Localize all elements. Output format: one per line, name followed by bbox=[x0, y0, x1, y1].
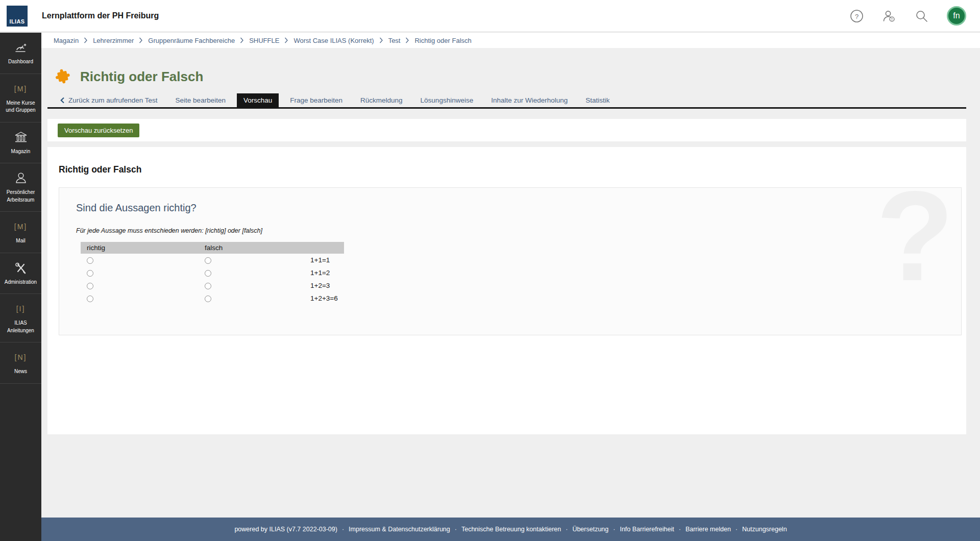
sidebar-item-meine-kurse[interactable]: [M] Meine Kurse und Gruppen bbox=[0, 74, 41, 122]
statement-text: 1+1=1 bbox=[304, 254, 344, 266]
who-is-online-icon[interactable] bbox=[882, 9, 896, 23]
column-header-falsch: falsch bbox=[199, 242, 304, 254]
breadcrumb-item[interactable]: Test bbox=[388, 37, 401, 44]
sidebar-item-magazin[interactable]: Magazin bbox=[0, 122, 41, 164]
help-icon[interactable]: ? bbox=[850, 9, 864, 23]
sidebar-item-label: News bbox=[14, 368, 27, 376]
question-instruction: Für jede Aussage muss entschieden werden… bbox=[76, 227, 961, 234]
breadcrumb-item[interactable]: Lehrerzimmer bbox=[93, 37, 134, 44]
footer-separator: · bbox=[342, 526, 344, 533]
page-title: Richtig oder Falsch bbox=[80, 69, 203, 85]
ilias-logo[interactable]: ILIAS bbox=[7, 6, 28, 27]
sidebar-item-label: Administration bbox=[5, 279, 37, 286]
footer-link-uebersetzung[interactable]: Übersetzung bbox=[572, 526, 608, 533]
sidebar-item-label: Magazin bbox=[11, 148, 31, 156]
breadcrumb-item[interactable]: SHUFFLE bbox=[249, 37, 279, 44]
footer-link-barrierefreiheit[interactable]: Info Barrierefreiheit bbox=[620, 526, 674, 533]
tab-loesungshinweise[interactable]: Lösungshinweise bbox=[414, 93, 480, 107]
tab-inhalte-wiederholung[interactable]: Inhalte zur Wiederholung bbox=[484, 93, 574, 107]
mail-placeholder-icon: [M] bbox=[14, 219, 27, 234]
footer-separator: · bbox=[736, 526, 738, 533]
radio-richtig-row1[interactable] bbox=[87, 257, 93, 264]
svg-text:?: ? bbox=[855, 12, 859, 20]
sidebar-item-dashboard[interactable]: Dashboard bbox=[0, 33, 41, 74]
sidebar-item-anleitungen[interactable]: [I] ILIAS Anleitungen bbox=[0, 294, 41, 342]
breadcrumb-item[interactable]: Gruppenräume Fachbereiche bbox=[148, 37, 235, 44]
question-title: Sind die Aussagen richtig? bbox=[76, 202, 961, 214]
statement-text: 1+1=2 bbox=[304, 266, 344, 279]
sidebar-item-label: Meine Kurse und Gruppen bbox=[2, 100, 40, 114]
tab-seite-bearbeiten[interactable]: Seite bearbeiten bbox=[169, 93, 232, 107]
table-row: 1+2=3 bbox=[81, 279, 344, 292]
puzzle-icon bbox=[53, 66, 73, 87]
radio-richtig-row4[interactable] bbox=[87, 296, 93, 302]
platform-title: Lernplattform der PH Freiburg bbox=[42, 11, 159, 20]
reset-preview-button[interactable]: Vorschau zurücksetzen bbox=[58, 124, 139, 137]
tab-bar: Zurück zum aufrufenden Test Seite bearbe… bbox=[47, 93, 966, 109]
footer-link-nutzungsregeln[interactable]: Nutzungsregeln bbox=[742, 526, 787, 533]
chevron-separator-icon bbox=[240, 37, 244, 43]
main-area: Magazin Lehrerzimmer Gruppenräume Fachbe… bbox=[41, 33, 980, 541]
footer-separator: · bbox=[613, 526, 615, 533]
breadcrumb: Magazin Lehrerzimmer Gruppenräume Fachbe… bbox=[41, 33, 980, 48]
table-row: 1+1=1 bbox=[81, 254, 344, 266]
sidebar-item-arbeitsraum[interactable]: Persönlicher Arbeitsraum bbox=[0, 163, 41, 212]
tab-vorschau[interactable]: Vorschau bbox=[237, 93, 279, 107]
courses-placeholder-icon: [M] bbox=[14, 82, 27, 96]
user-avatar[interactable]: fn bbox=[947, 6, 966, 26]
sidebar-item-news[interactable]: [N] News bbox=[0, 342, 41, 384]
main-sidebar: Dashboard [M] Meine Kurse und Gruppen Ma… bbox=[0, 33, 41, 541]
footer: powered by ILIAS (v7.7 2022-03-09) · Imp… bbox=[41, 518, 980, 541]
powered-by-link[interactable]: powered by ILIAS (v7.7 2022-03-09) bbox=[234, 526, 337, 533]
column-header-richtig: richtig bbox=[81, 242, 199, 254]
footer-link-impressum[interactable]: Impressum & Datenschutzerklärung bbox=[349, 526, 450, 533]
search-icon[interactable] bbox=[915, 9, 928, 23]
answer-table: richtig falsch 1+1=1 bbox=[81, 242, 344, 305]
sidebar-item-administration[interactable]: Administration bbox=[0, 253, 41, 294]
chevron-separator-icon bbox=[284, 37, 288, 43]
radio-richtig-row3[interactable] bbox=[87, 283, 93, 289]
radio-falsch-row4[interactable] bbox=[205, 296, 211, 302]
sidebar-item-label: ILIAS Anleitungen bbox=[2, 319, 40, 334]
breadcrumb-item-current[interactable]: Richtig oder Falsch bbox=[414, 37, 471, 44]
footer-separator: · bbox=[455, 526, 457, 533]
chevron-separator-icon bbox=[405, 37, 409, 43]
footer-link-barriere-melden[interactable]: Barriere melden bbox=[685, 526, 731, 533]
tab-rueckmeldung[interactable]: Rückmeldung bbox=[354, 93, 409, 107]
footer-separator: · bbox=[566, 526, 568, 533]
footer-link-betreuung[interactable]: Technische Betreuung kontaktieren bbox=[461, 526, 561, 533]
footer-separator: · bbox=[679, 526, 681, 533]
manuals-placeholder-icon: [I] bbox=[16, 302, 26, 316]
radio-falsch-row1[interactable] bbox=[205, 257, 211, 264]
page-header: Richtig oder Falsch bbox=[47, 48, 966, 93]
question-section-heading: Richtig oder Falsch bbox=[47, 147, 966, 175]
statement-text: 1+2=3 bbox=[304, 279, 344, 292]
table-row: 1+1=2 bbox=[81, 266, 344, 279]
repository-icon bbox=[14, 130, 28, 144]
statement-text: 1+2+3=6 bbox=[304, 292, 344, 305]
radio-falsch-row3[interactable] bbox=[205, 283, 211, 289]
table-header-row: richtig falsch bbox=[81, 242, 344, 254]
chevron-separator-icon bbox=[84, 37, 88, 43]
toolbar: Vorschau zurücksetzen bbox=[47, 119, 966, 141]
top-header-bar: ILIAS Lernplattform der PH Freiburg ? fn bbox=[0, 0, 980, 32]
tab-statistik[interactable]: Statistik bbox=[579, 93, 616, 107]
tab-zurueck-zum-test[interactable]: Zurück zum aufrufenden Test bbox=[54, 93, 164, 107]
chevron-separator-icon bbox=[379, 37, 383, 43]
radio-richtig-row2[interactable] bbox=[87, 270, 93, 277]
back-chevron-icon bbox=[60, 97, 64, 104]
column-header-statement bbox=[304, 242, 344, 254]
radio-falsch-row2[interactable] bbox=[205, 270, 211, 277]
breadcrumb-item[interactable]: Worst Case ILIAS (Korrekt) bbox=[293, 37, 374, 44]
dashboard-icon bbox=[14, 40, 28, 55]
sidebar-item-label: Persönlicher Arbeitsraum bbox=[2, 189, 40, 204]
breadcrumb-item[interactable]: Magazin bbox=[54, 37, 79, 44]
tab-frage-bearbeiten[interactable]: Frage bearbeiten bbox=[283, 93, 349, 107]
content-panel: Richtig oder Falsch ? Sind die Aussagen … bbox=[47, 147, 966, 434]
news-placeholder-icon: [N] bbox=[15, 350, 27, 364]
sidebar-item-mail[interactable]: [M] Mail bbox=[0, 212, 41, 253]
question-card: ? Sind die Aussagen richtig? Für jede Au… bbox=[59, 187, 962, 335]
sidebar-item-label: Dashboard bbox=[8, 58, 33, 66]
sidebar-item-label: Mail bbox=[16, 237, 25, 245]
chevron-separator-icon bbox=[139, 37, 143, 43]
